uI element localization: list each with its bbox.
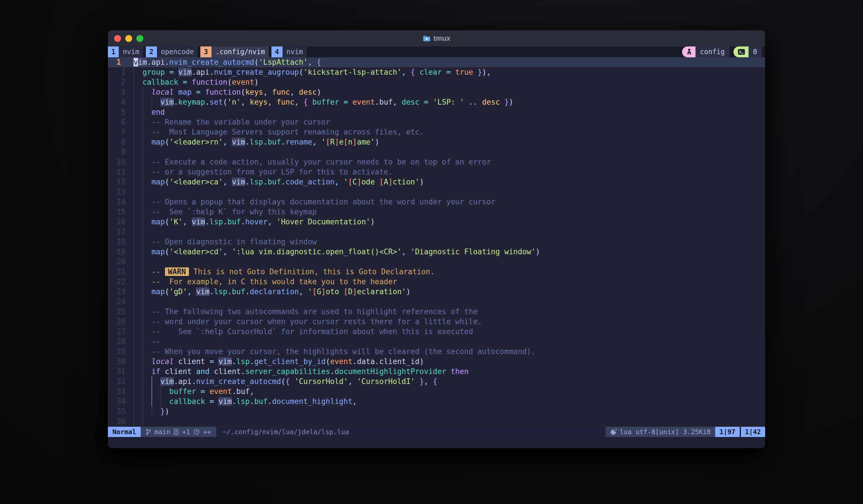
code-line[interactable]: 20	[108, 257, 765, 267]
code-text: end	[134, 107, 165, 117]
code-line[interactable]: 30 local client = vim.lsp.get_client_by_…	[108, 357, 765, 366]
code-line[interactable]: 27 -- See `:help CursorHold` for informa…	[108, 327, 765, 337]
tab-index[interactable]: 4	[271, 47, 282, 57]
relative-line-number: 36	[108, 416, 126, 426]
cursor-position-b: 1|42	[740, 427, 765, 437]
tab-label[interactable]: nvim	[119, 47, 143, 57]
minimize-button[interactable]	[125, 35, 132, 42]
code-line[interactable]: 9	[108, 147, 765, 157]
code-text: vim.api.nvim_create_autocmd('LspAttach',…	[134, 57, 321, 67]
statusline: Normal main +1	[108, 427, 765, 437]
current-line-number: 1	[116, 57, 121, 67]
code-line[interactable]: 16 map('K', vim.lsp.buf.hover, 'Hover Do…	[108, 217, 765, 227]
relative-line-number: 6	[108, 117, 126, 127]
relative-line-number: 14	[108, 197, 126, 207]
cursor-line[interactable]: 1vim.api.nvim_create_autocmd('LspAttach'…	[108, 57, 765, 67]
relative-line-number: 26	[108, 317, 126, 327]
cursor-position-a: 1|97	[715, 427, 739, 437]
tmux-session-status: config 0	[682, 47, 762, 57]
code-line[interactable]: 3 local map = function(keys, func, desc)	[108, 87, 765, 97]
indent-guide	[134, 416, 134, 426]
code-line[interactable]: 33 buffer = event.buf,	[108, 387, 765, 397]
code-text: -- Opens a popup that displays documenta…	[134, 197, 496, 207]
file-diff-icon	[174, 428, 179, 435]
relative-line-number: 18	[108, 237, 126, 247]
code-text: callback = function(event)	[134, 77, 259, 87]
code-line[interactable]: 22 -- For example, in C this would take …	[108, 277, 765, 287]
relative-line-number: 9	[108, 147, 126, 157]
code-line[interactable]: 23 map('gD', vim.lsp.buf.declaration, '[…	[108, 287, 765, 297]
tab-label[interactable]: opencode	[157, 47, 198, 57]
tmux-tab-nvim[interactable]: 4nvim	[271, 47, 307, 57]
code-line[interactable]: 18 -- Open diagnostic in floating window	[108, 237, 765, 247]
relative-line-number: 33	[108, 387, 126, 397]
code-text: map('<leader>cd', ':lua vim.diagnostic.o…	[134, 247, 540, 257]
code-line[interactable]: 26 -- word under your cursor when your c…	[108, 317, 765, 327]
code-text: -- WARN This is not Goto Definition, thi…	[134, 267, 435, 277]
code-line[interactable]: 34 callback = vim.lsp.buf.document_highl…	[108, 397, 765, 406]
code-line[interactable]: 24	[108, 297, 765, 307]
tmux-tab-opencode[interactable]: 2opencode	[146, 47, 198, 57]
tab-index[interactable]: 3	[200, 47, 211, 57]
tab-index[interactable]: 2	[146, 47, 157, 57]
code-text: map('<leader>rn', vim.lsp.buf.rename, '[…	[134, 137, 379, 147]
code-line[interactable]: 32 vim.api.nvim_create_autocmd({ 'Cursor…	[108, 377, 765, 387]
code-text: -- Most Language Servers support renamin…	[134, 127, 424, 137]
indent-guide	[142, 297, 143, 307]
relative-line-number: 23	[108, 287, 126, 297]
code-line[interactable]: 29 -- When you move your cursor, the hig…	[108, 347, 765, 357]
close-button[interactable]	[114, 35, 121, 42]
tab-label[interactable]: .config/nvim	[212, 47, 269, 57]
code-line[interactable]: 7 -- Most Language Servers support renam…	[108, 127, 765, 137]
code-text: if client and client.server_capabilities…	[134, 366, 468, 377]
folder-icon	[423, 35, 431, 42]
relative-line-number: 27	[108, 327, 126, 337]
code-line[interactable]: 4 vim.keymap.set('n', keys, func, { buff…	[108, 97, 765, 107]
tab-label[interactable]: nvim	[283, 47, 307, 57]
fullscreen-button[interactable]	[136, 35, 143, 42]
code-line[interactable]: 31 if client and client.server_capabilit…	[108, 366, 765, 377]
code-text: vim.api.nvim_create_autocmd({ 'CursorHol…	[134, 377, 438, 387]
code-line[interactable]: 19 map('<leader>cd', ':lua vim.diagnosti…	[108, 247, 765, 257]
relative-line-number: 20	[108, 257, 126, 267]
git-branch-icon	[146, 428, 151, 435]
code-line[interactable]: 13	[108, 187, 765, 197]
code-line[interactable]: 2 callback = function(event)	[108, 77, 765, 87]
code-line[interactable]: 14 -- Opens a popup that displays docume…	[108, 197, 765, 207]
code-text: -- See `:help K` for why this keymap	[134, 207, 317, 217]
code-line[interactable]: 36	[108, 416, 765, 426]
relative-line-number: 24	[108, 297, 126, 307]
code-line[interactable]: 11 -- or a suggestion from your LSP for …	[108, 167, 765, 177]
indent-guide	[134, 257, 134, 267]
block-cursor: v	[134, 58, 138, 66]
code-line[interactable]: 17	[108, 227, 765, 237]
code-text: })	[134, 406, 169, 416]
code-text: local map = function(keys, func, desc)	[134, 87, 321, 97]
indent-guide	[134, 297, 134, 307]
code-line[interactable]: 25 -- The following two autocommands are…	[108, 307, 765, 317]
code-line[interactable]: 12 map('<leader>ca', vim.lsp.buf.code_ac…	[108, 177, 765, 187]
pane-count: 0	[749, 47, 762, 57]
code-line[interactable]: 35 })	[108, 406, 765, 416]
tab-index[interactable]: 1	[108, 47, 119, 57]
relative-line-number: 4	[108, 97, 126, 107]
tmux-tab-.config/nvim[interactable]: 3.config/nvim	[200, 47, 269, 57]
indent-guide	[134, 187, 134, 197]
code-line[interactable]: 10 -- Execute a code action, usually you…	[108, 157, 765, 167]
lua-icon	[610, 428, 617, 435]
relative-line-number: 21	[108, 267, 126, 277]
code-line[interactable]: 28 --	[108, 337, 765, 347]
code-text: -- The following two autocommands are us…	[134, 307, 477, 317]
code-line[interactable]: 8 map('<leader>rn', vim.lsp.buf.rename, …	[108, 137, 765, 147]
code-line[interactable]: 5 end	[108, 107, 765, 117]
code-line[interactable]: 6 -- Rename the variable under your curs…	[108, 117, 765, 127]
code-line[interactable]: 21 -- WARN This is not Goto Definition, …	[108, 267, 765, 277]
code-text: callback = vim.lsp.buf.document_highligh…	[134, 397, 357, 406]
terminal-pill	[734, 47, 749, 57]
indent-guide	[142, 187, 143, 197]
relative-line-number: 11	[108, 167, 126, 177]
code-area[interactable]: 1vim.api.nvim_create_autocmd('LspAttach'…	[108, 57, 765, 427]
code-line[interactable]: 15 -- See `:help K` for why this keymap	[108, 207, 765, 217]
code-line[interactable]: 1 group = vim.api.nvim_create_augroup('k…	[108, 67, 765, 77]
tmux-tab-nvim[interactable]: 1nvim	[108, 47, 143, 57]
